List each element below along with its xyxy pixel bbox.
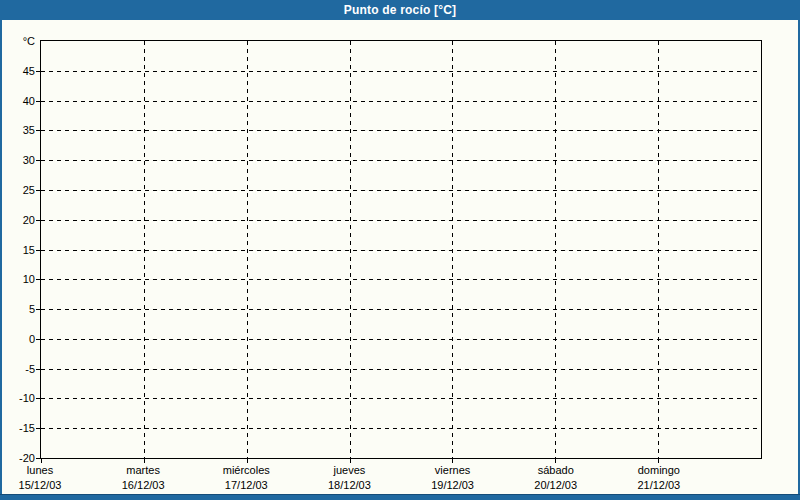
y-tick-label: 45 xyxy=(23,65,35,77)
x-axis-tick xyxy=(350,458,351,463)
horizontal-gridline xyxy=(41,250,761,251)
x-axis-tick xyxy=(247,458,248,463)
x-axis-tick xyxy=(452,458,453,463)
vertical-gridline xyxy=(247,41,248,458)
x-day-label: miércoles xyxy=(191,464,301,476)
horizontal-gridline xyxy=(41,220,761,221)
horizontal-gridline xyxy=(41,279,761,280)
vertical-gridline xyxy=(555,41,556,458)
y-axis-unit-label: °C xyxy=(23,35,35,47)
horizontal-gridline xyxy=(41,339,761,340)
x-day-label: jueves xyxy=(294,464,404,476)
horizontal-gridline xyxy=(41,160,761,161)
horizontal-gridline xyxy=(41,309,761,310)
vertical-gridline xyxy=(658,41,659,458)
horizontal-gridline xyxy=(41,428,761,429)
x-day-label: domingo xyxy=(604,464,714,476)
horizontal-gridline xyxy=(41,71,761,72)
x-axis-tick xyxy=(658,458,659,463)
weather-chart-window: Punto de rocío [°C] °C454035302520151050… xyxy=(0,0,800,500)
vertical-gridline xyxy=(350,41,351,458)
horizontal-gridline xyxy=(41,398,761,399)
vertical-gridline xyxy=(144,41,145,458)
x-day-label: martes xyxy=(88,464,198,476)
horizontal-gridline xyxy=(41,101,761,102)
chart-title: Punto de rocío [°C] xyxy=(344,3,457,17)
x-day-label: viernes xyxy=(398,464,508,476)
y-tick-label: 5 xyxy=(29,303,35,315)
y-tick-label: -20 xyxy=(19,452,35,464)
y-tick-label: -5 xyxy=(25,363,35,375)
y-tick-label: -15 xyxy=(19,422,35,434)
window-frame-left xyxy=(0,20,2,500)
y-tick-label: 15 xyxy=(23,244,35,256)
x-axis-tick xyxy=(41,458,42,463)
x-date-label: 19/12/03 xyxy=(398,479,508,491)
x-date-label: 16/12/03 xyxy=(88,479,198,491)
x-date-label: 15/12/03 xyxy=(0,479,95,491)
x-date-label: 18/12/03 xyxy=(294,479,404,491)
y-tick-label: 25 xyxy=(23,184,35,196)
y-tick-label: -10 xyxy=(19,392,35,404)
x-day-label: sábado xyxy=(501,464,611,476)
window-frame-bottom xyxy=(0,494,800,500)
y-tick-label: 35 xyxy=(23,124,35,136)
horizontal-gridline xyxy=(41,190,761,191)
y-tick-label: 30 xyxy=(23,154,35,166)
x-axis-tick xyxy=(555,458,556,463)
chart-title-bar: Punto de rocío [°C] xyxy=(0,0,800,20)
y-tick-label: 20 xyxy=(23,214,35,226)
horizontal-gridline xyxy=(41,369,761,370)
horizontal-gridline xyxy=(41,130,761,131)
plot-area: °C454035302520151050-5-10-15-20 xyxy=(40,40,762,459)
y-tick-label: 0 xyxy=(29,333,35,345)
x-day-label: lunes xyxy=(0,464,95,476)
x-date-label: 21/12/03 xyxy=(604,479,714,491)
x-axis-tick xyxy=(144,458,145,463)
x-date-label: 20/12/03 xyxy=(501,479,611,491)
vertical-gridline xyxy=(452,41,453,458)
y-tick-label: 40 xyxy=(23,95,35,107)
x-date-label: 17/12/03 xyxy=(191,479,301,491)
y-tick-label: 10 xyxy=(23,273,35,285)
